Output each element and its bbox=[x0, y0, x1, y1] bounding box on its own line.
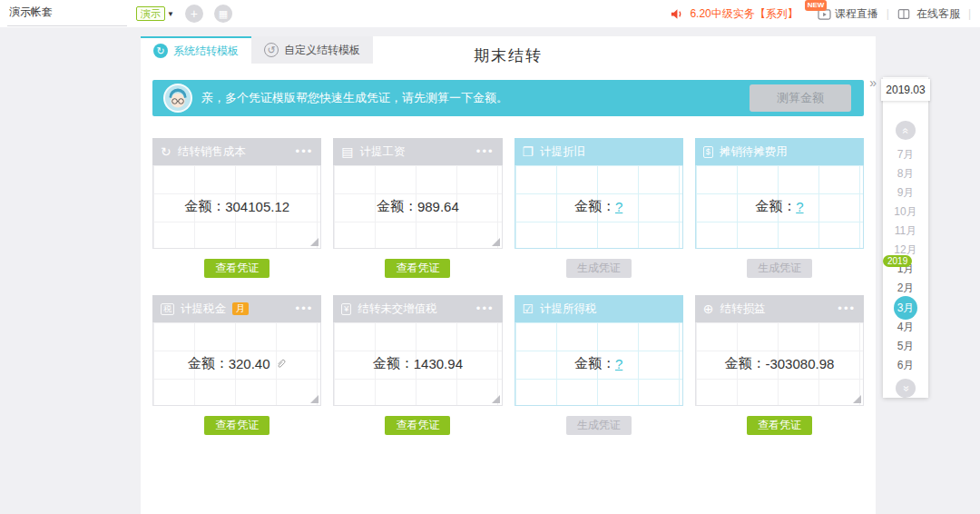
profit-loss-transfer-icon: ⊕ bbox=[703, 302, 714, 315]
card-header: ↻ 结转销售成本 ••• bbox=[152, 138, 321, 165]
divider: | bbox=[968, 7, 971, 20]
transfer-card: ❐ 计提折旧 金额：? 生成凭证 bbox=[514, 138, 683, 278]
month-item-2[interactable]: 2月 bbox=[893, 279, 918, 298]
live-course-link[interactable]: NEW 课程直播 bbox=[818, 6, 878, 22]
amount-value[interactable]: ? bbox=[796, 199, 803, 214]
chevron-down-icon[interactable]: ▼ bbox=[167, 10, 174, 18]
month-item-10[interactable]: 10月 bbox=[893, 203, 918, 222]
card-title: 计提所得税 bbox=[540, 301, 597, 317]
promo-link[interactable]: 6.20中级实务【系列】 bbox=[690, 6, 798, 22]
card-title: 计提税金 bbox=[181, 301, 226, 317]
amount-label: 金额： bbox=[184, 198, 225, 215]
more-menu-icon[interactable]: ••• bbox=[476, 304, 495, 313]
voucher-button[interactable]: 查看凭证 bbox=[385, 416, 450, 435]
card-title: 计提折旧 bbox=[540, 144, 585, 160]
month-item-6[interactable]: 6月 bbox=[893, 356, 918, 375]
amortization-icon: $ bbox=[703, 146, 713, 158]
resize-corner bbox=[492, 238, 500, 246]
content-panel: ↻ 系统结转模板 ↺ 自定义结转模板 期末结转 亲，多个凭证模版帮您快速生成凭证… bbox=[141, 36, 876, 514]
account-name: 演示帐套 bbox=[9, 5, 53, 18]
voucher-button[interactable]: 查看凭证 bbox=[747, 416, 812, 435]
amount-value: 989.64 bbox=[417, 199, 459, 214]
amount-value[interactable]: ? bbox=[615, 199, 622, 214]
amount-label: 金额： bbox=[373, 355, 414, 372]
month-item-3[interactable]: 3月 bbox=[894, 296, 917, 320]
collapse-panel-icon[interactable]: » bbox=[869, 75, 877, 90]
month-item-5[interactable]: 5月 bbox=[893, 337, 918, 356]
card-title: 摊销待摊费用 bbox=[720, 144, 788, 160]
resize-corner bbox=[310, 238, 318, 246]
resize-corner bbox=[310, 395, 318, 403]
card-title: 结转损益 bbox=[720, 301, 765, 317]
card-body: 金额：? bbox=[514, 165, 683, 249]
transfer-card: ¥ 结转未交增值税 ••• 金额：1430.94 查看凭证 bbox=[333, 295, 502, 435]
transfer-card: ⊕ 结转损益 ••• 金额：-303080.98 查看凭证 bbox=[695, 295, 864, 435]
voucher-button[interactable]: 查看凭证 bbox=[385, 259, 450, 278]
card-body: 金额：989.64 bbox=[333, 165, 502, 249]
more-menu-icon[interactable]: ••• bbox=[296, 304, 314, 313]
card-header: ⊕ 结转损益 ••• bbox=[695, 295, 864, 322]
account-selector[interactable]: 演示帐套 bbox=[7, 1, 127, 26]
amount-value: 320.40 bbox=[229, 356, 270, 371]
month-item-8[interactable]: 8月 bbox=[893, 164, 918, 183]
card-title: 结转未交增值税 bbox=[358, 301, 437, 317]
add-button[interactable]: + bbox=[185, 5, 203, 23]
more-menu-icon[interactable]: ••• bbox=[476, 147, 495, 156]
amount-label: 金额： bbox=[377, 198, 417, 215]
salary-icon: ▤ bbox=[341, 145, 353, 158]
voucher-button[interactable]: 查看凭证 bbox=[204, 259, 270, 278]
voucher-button[interactable]: 查看凭证 bbox=[204, 416, 270, 435]
page-title: 期末结转 bbox=[141, 45, 876, 66]
cards-grid: ↻ 结转销售成本 ••• 金额：304105.12 查看凭证 ▤ 计提工资 ••… bbox=[141, 116, 876, 435]
depreciation-icon: ❐ bbox=[523, 145, 534, 158]
hint-banner: 亲，多个凭证模版帮您快速生成凭证，请先测算一下金额。 测算金额 bbox=[152, 80, 864, 116]
tax-icon: 税 bbox=[161, 303, 174, 315]
more-menu-icon[interactable]: ••• bbox=[296, 147, 314, 156]
divider: | bbox=[887, 7, 889, 20]
amount-label: 金额： bbox=[724, 355, 765, 372]
amount-value: 1430.94 bbox=[414, 356, 463, 371]
card-body: 金额：? bbox=[695, 165, 864, 249]
year-badge: 2019 bbox=[883, 255, 912, 267]
card-header: ☑ 计提所得税 bbox=[514, 295, 683, 322]
card-body: 金额：1430.94 bbox=[333, 322, 502, 406]
book-icon bbox=[897, 8, 910, 20]
speaker-icon bbox=[670, 7, 683, 21]
amount-value[interactable]: ? bbox=[615, 356, 622, 371]
month-item-4[interactable]: 4月 bbox=[893, 318, 918, 337]
voucher-button[interactable]: 生成凭证 bbox=[747, 259, 812, 278]
card-title: 结转销售成本 bbox=[178, 144, 246, 160]
voucher-button[interactable]: 生成凭证 bbox=[566, 259, 632, 278]
month-item-7[interactable]: 7月 bbox=[893, 145, 918, 164]
card-body: 金额：? bbox=[514, 322, 683, 406]
amount-label: 金额： bbox=[188, 355, 229, 372]
card-body: 金额：304105.12 bbox=[152, 165, 321, 249]
apps-grid-button[interactable]: ▦ bbox=[214, 5, 232, 23]
voucher-button[interactable]: 生成凭证 bbox=[566, 416, 632, 435]
resize-corner bbox=[853, 395, 861, 403]
resize-corner bbox=[492, 395, 500, 403]
calculate-amount-button[interactable]: 测算金额 bbox=[750, 84, 851, 112]
carryover-cost-icon: ↻ bbox=[161, 145, 172, 158]
paperclip-icon bbox=[275, 358, 287, 370]
more-menu-icon[interactable]: ••• bbox=[838, 304, 856, 313]
month-item-9[interactable]: 9月 bbox=[893, 183, 918, 203]
card-header: 税 计提税金 月 ••• bbox=[152, 295, 321, 322]
card-header: $ 摊销待摊费用 bbox=[695, 138, 864, 165]
month-panel: 2019.03 « 7月8月9月10月11月12月1月2月3月4月5月6月 « … bbox=[883, 77, 928, 398]
transfer-card: ☑ 计提所得税 金额：? 生成凭证 bbox=[514, 295, 683, 435]
current-period: 2019.03 bbox=[881, 79, 930, 101]
card-header: ▤ 计提工资 ••• bbox=[333, 138, 502, 165]
vat-icon: ¥ bbox=[341, 303, 351, 315]
card-header: ¥ 结转未交增值税 ••• bbox=[333, 295, 502, 322]
scroll-down-icon[interactable]: « bbox=[896, 379, 916, 398]
online-service-link[interactable]: 在线客服 bbox=[916, 6, 960, 22]
banner-message: 亲，多个凭证模版帮您快速生成凭证，请先测算一下金额。 bbox=[201, 90, 508, 106]
scroll-up-icon[interactable]: « bbox=[896, 121, 916, 140]
amount-label: 金额： bbox=[574, 198, 615, 215]
amount-value: -303080.98 bbox=[765, 356, 834, 371]
demo-badge: 演示 bbox=[136, 6, 165, 21]
month-item-11[interactable]: 11月 bbox=[893, 222, 918, 241]
card-body: 金额：320.40 bbox=[152, 322, 321, 406]
topbar: 演示帐套 演示 ▼ + ▦ 6.20中级实务【系列】 NEW 课程直播 | 在线… bbox=[0, 0, 980, 27]
